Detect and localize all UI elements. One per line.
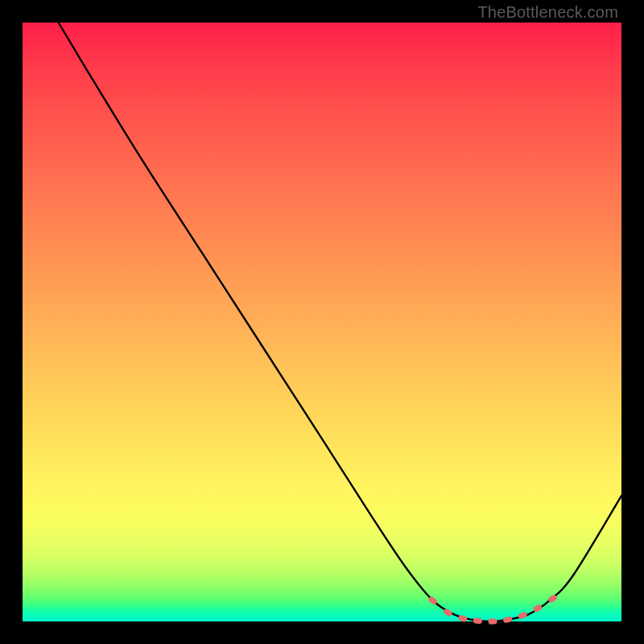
chart-svg bbox=[23, 23, 621, 621]
optimal-marker bbox=[503, 616, 513, 623]
optimal-marker bbox=[518, 611, 528, 619]
optimal-marker bbox=[473, 617, 483, 624]
optimal-range-markers bbox=[427, 594, 558, 625]
watermark-text: TheBottleneck.com bbox=[477, 3, 618, 22]
chart-frame bbox=[23, 23, 621, 621]
bottleneck-curve bbox=[59, 23, 621, 621]
optimal-marker bbox=[488, 618, 497, 624]
